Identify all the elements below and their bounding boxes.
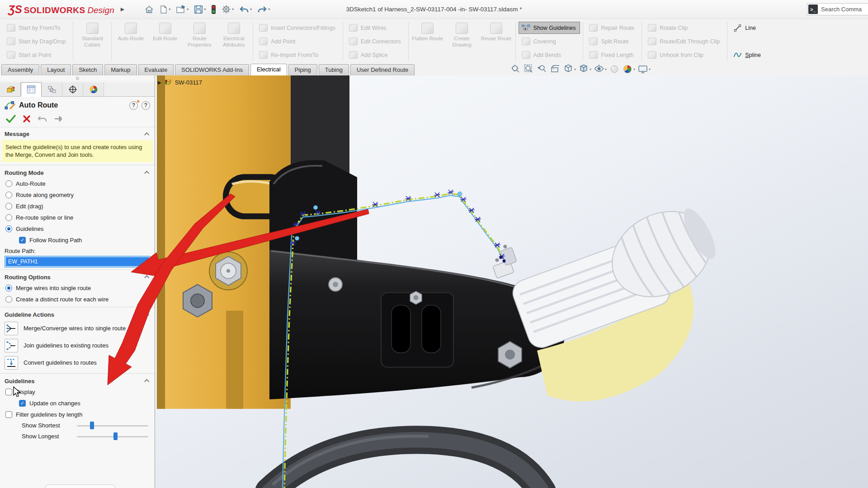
open-document-button[interactable]: ▾ bbox=[174, 4, 190, 15]
view-orientation-button[interactable]: ▾ bbox=[562, 63, 576, 75]
dropdown-arrow-icon[interactable]: ▾ bbox=[590, 67, 591, 71]
ribbon-button-line[interactable]: Line bbox=[730, 22, 765, 34]
ribbon-button-spline[interactable]: Spline bbox=[730, 49, 765, 61]
guidelines-header[interactable]: Guidelines bbox=[0, 375, 155, 386]
ribbon-button-edit-route[interactable]: Edit Route bbox=[148, 21, 182, 61]
new-document-button[interactable]: ▾ bbox=[158, 4, 172, 15]
radio-auto-route[interactable]: Auto-Route bbox=[0, 178, 155, 189]
3d-scene[interactable] bbox=[155, 75, 868, 488]
dropdown-arrow-icon[interactable]: ▾ bbox=[250, 7, 252, 11]
ribbon-button-fixed-length[interactable]: Fixed Length bbox=[586, 49, 639, 61]
ribbon-button-re-import-from-to[interactable]: Re-Import From/To bbox=[256, 49, 340, 61]
checkbox-follow-routing-path[interactable]: ✓Follow Routing Path bbox=[0, 235, 155, 246]
tab-solidworks-add-ins[interactable]: SOLIDWORKS Add-Ins bbox=[175, 64, 249, 75]
radio-edit-drag[interactable]: Edit (drag) bbox=[0, 201, 155, 212]
save-button[interactable]: ▾ bbox=[192, 4, 208, 15]
radio-icon[interactable] bbox=[5, 214, 12, 221]
radio-icon[interactable] bbox=[5, 180, 12, 187]
dropdown-arrow-icon[interactable]: ▾ bbox=[204, 7, 206, 11]
edit-appearance-button[interactable] bbox=[609, 63, 620, 75]
join-guidelines-icon[interactable] bbox=[5, 339, 18, 352]
dropdown-arrow-icon[interactable]: ▾ bbox=[187, 7, 189, 11]
tab-markup[interactable]: Markup bbox=[104, 64, 137, 75]
radio-reroute-spline[interactable]: Re-route spline or line bbox=[0, 212, 155, 223]
radio-icon[interactable] bbox=[5, 192, 12, 198]
previous-view-button[interactable] bbox=[536, 63, 548, 75]
tree-expand-icon[interactable]: ▶ bbox=[158, 80, 161, 85]
tab-tubing[interactable]: Tubing bbox=[319, 64, 349, 75]
routing-options-header[interactable]: Routing Options bbox=[0, 271, 155, 282]
collapse-chevron-icon[interactable] bbox=[144, 171, 149, 176]
search-input[interactable]: Search Comma bbox=[821, 6, 862, 13]
dropdown-arrow-icon[interactable]: ▾ bbox=[169, 7, 170, 11]
ribbon-button-route-edit-through-clip[interactable]: Route/Edit Through Clip bbox=[645, 35, 724, 47]
cancel-button[interactable] bbox=[22, 114, 31, 123]
ribbon-button-electrical-attributes[interactable]: Electrical Attributes bbox=[217, 21, 251, 61]
section-view-button[interactable] bbox=[549, 63, 561, 75]
ribbon-button-route-properties[interactable]: Route Properties bbox=[182, 21, 217, 61]
checkbox-icon[interactable]: ✓ bbox=[5, 411, 12, 418]
tab-property-manager[interactable] bbox=[21, 82, 42, 97]
ribbon-button-rotate-clip[interactable]: Rotate Clip bbox=[645, 22, 724, 34]
panel-bottom-button[interactable] bbox=[45, 484, 115, 488]
checkbox-update-on-changes[interactable]: ✓Update on changes bbox=[0, 398, 155, 409]
radio-icon[interactable] bbox=[5, 203, 12, 210]
search-commands-box[interactable]: >_ Search Comma bbox=[807, 3, 868, 15]
action-convert-guidelines[interactable]: Convert guidelines to routes bbox=[0, 354, 155, 371]
apply-scene-button[interactable]: ▾ bbox=[622, 63, 636, 75]
ribbon-button-start-at-point[interactable]: Start at Point bbox=[4, 49, 70, 61]
ribbon-button-create-drawing[interactable]: Create Drawing bbox=[445, 21, 479, 61]
ribbon-button-start-by-drag-drop[interactable]: Start by Drag/Drop bbox=[4, 35, 70, 47]
ribbon-button-split-route[interactable]: Split Route bbox=[586, 35, 639, 47]
ribbon-button-edit-connectors[interactable]: Edit Connectors bbox=[346, 35, 406, 47]
ribbon-button-auto-route[interactable]: Auto Route bbox=[113, 21, 148, 61]
checkbox-filter-guidelines[interactable]: ✓Filter guidelines by length bbox=[0, 409, 155, 420]
menu-flyout-icon[interactable]: ▶ bbox=[121, 6, 124, 12]
radio-icon-selected[interactable] bbox=[5, 285, 12, 291]
checkbox-icon-checked[interactable]: ✓ bbox=[19, 400, 26, 407]
guideline-actions-header[interactable]: Guideline Actions bbox=[0, 308, 155, 320]
radio-merge-wires[interactable]: Merge wires into single route bbox=[0, 282, 155, 294]
tab-display-manager[interactable] bbox=[83, 82, 104, 96]
merge-converge-icon[interactable] bbox=[5, 322, 18, 335]
display-style-button[interactable]: ▾ bbox=[578, 63, 592, 75]
checkbox-icon[interactable]: ✓ bbox=[5, 389, 12, 395]
route-path-listbox[interactable]: EW_PATH1 bbox=[5, 256, 150, 267]
graphics-viewport[interactable]: ▶ SW-03117 bbox=[155, 75, 868, 488]
ribbon-button-add-point[interactable]: Add Point bbox=[256, 35, 340, 47]
radio-distinct-route[interactable]: Create a distinct route for each wire bbox=[0, 294, 155, 305]
dropdown-arrow-icon[interactable]: ▾ bbox=[232, 7, 234, 11]
ribbon-button-insert-connectors-fittings[interactable]: Insert Connectors/Fittings bbox=[256, 22, 340, 34]
hide-show-items-button[interactable]: ▾ bbox=[593, 63, 607, 75]
ribbon-button-reuse-route[interactable]: Reuse Route bbox=[479, 21, 514, 61]
home-button[interactable] bbox=[142, 4, 156, 15]
radio-guidelines[interactable]: Guidelines bbox=[0, 223, 155, 235]
radio-route-along-geometry[interactable]: Route along geometry bbox=[0, 189, 155, 201]
collapse-chevron-icon[interactable] bbox=[144, 275, 149, 280]
dropdown-arrow-icon[interactable]: ▾ bbox=[605, 67, 607, 71]
tab-assembly[interactable]: Assembly bbox=[1, 64, 39, 75]
undo-button[interactable] bbox=[37, 114, 48, 123]
zoom-to-fit-button[interactable] bbox=[510, 63, 522, 75]
help-icon[interactable]: ? bbox=[142, 101, 150, 110]
zoom-to-area-button[interactable] bbox=[523, 63, 535, 75]
ribbon-button-flatten-route[interactable]: Flatten Route bbox=[410, 21, 445, 61]
tree-root-label[interactable]: SW-03117 bbox=[175, 79, 202, 86]
tab-electrical[interactable]: Electrical bbox=[250, 64, 287, 75]
panel-splitter-handle[interactable] bbox=[0, 75, 155, 81]
tab-evaluate[interactable]: Evaluate bbox=[138, 64, 174, 75]
action-merge-converge[interactable]: Merge/Converge wires into single route bbox=[0, 320, 155, 337]
checkbox-icon-checked[interactable]: ✓ bbox=[19, 237, 26, 244]
show-shortest-slider[interactable] bbox=[77, 422, 148, 430]
tab-user-defined-route[interactable]: User Defined Route bbox=[350, 64, 415, 75]
ok-button[interactable] bbox=[5, 114, 16, 123]
dropdown-arrow-icon[interactable]: ▾ bbox=[633, 67, 635, 71]
redo-button[interactable]: ▾ bbox=[255, 4, 272, 15]
checkbox-display[interactable]: ✓Display bbox=[0, 386, 155, 398]
route-path-selected-item[interactable]: EW_PATH1 bbox=[6, 257, 149, 266]
tab-configuration-manager[interactable] bbox=[42, 82, 62, 96]
ribbon-button-unhook-from-clip[interactable]: Unhook from Clip bbox=[645, 49, 724, 61]
whats-new-help-icon[interactable]: ?✶ bbox=[129, 101, 138, 110]
collapse-chevron-icon[interactable] bbox=[144, 379, 149, 384]
radio-icon[interactable] bbox=[5, 296, 12, 303]
